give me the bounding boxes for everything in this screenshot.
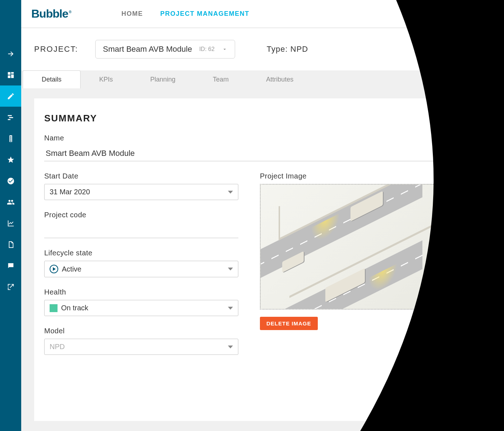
project-type: Type: NPD <box>267 45 308 54</box>
project-select[interactable]: Smart Beam AVB Module ID: 62 <box>95 40 235 59</box>
field-project-code: Project code <box>44 211 238 238</box>
avatar[interactable] <box>449 6 466 22</box>
sidebar-item-share[interactable] <box>0 276 21 297</box>
nav-home[interactable]: HOME <box>122 10 143 18</box>
project-label: PROJECT: <box>34 45 78 54</box>
field-lifecycle: Lifecycle state Active <box>44 249 238 277</box>
lifecycle-text: Active <box>62 265 81 273</box>
open-external-icon <box>7 283 15 291</box>
project-image-illustration <box>261 185 480 309</box>
project-id: ID: 62 <box>199 46 215 52</box>
name-label: Name <box>44 134 481 142</box>
play-circle-icon <box>50 265 58 273</box>
sidebar-item-team[interactable] <box>0 191 21 213</box>
header: Bubble HOME PROJECT MANAGEMENT Kate Le <box>21 0 504 28</box>
pencil-icon <box>7 92 15 100</box>
check-circle-icon <box>7 177 15 185</box>
people-icon <box>7 198 15 206</box>
tab-planning[interactable]: Planning <box>132 71 194 88</box>
sidebar-item-edit[interactable] <box>0 85 21 107</box>
lifecycle-label: Lifecycle state <box>44 249 238 257</box>
nav-project-management[interactable]: PROJECT MANAGEMENT <box>160 10 249 18</box>
sidebar <box>0 0 21 431</box>
gantt-icon <box>7 113 15 121</box>
sidebar-item-arrow[interactable] <box>0 43 21 64</box>
project-header: PROJECT: Smart Beam AVB Module ID: 62 Ty… <box>21 28 504 70</box>
content: SUMMARY Name Start Date 31 Mar 2020 Proj… <box>21 88 504 431</box>
status-swatch-green <box>50 304 58 312</box>
model-label: Model <box>44 327 238 335</box>
tab-kpis[interactable]: KPIs <box>81 71 132 88</box>
project-code-label: Project code <box>44 211 238 219</box>
start-date-select[interactable]: 31 Mar 2020 <box>44 184 238 200</box>
tab-attributes[interactable]: Attributes <box>247 71 312 88</box>
line-chart-icon <box>7 219 15 227</box>
sidebar-item-chat[interactable] <box>0 255 21 276</box>
summary-panel: SUMMARY Name Start Date 31 Mar 2020 Proj… <box>34 98 491 421</box>
sidebar-item-star[interactable] <box>0 149 21 170</box>
health-select[interactable]: On track <box>44 300 238 316</box>
arrow-right-icon <box>7 50 15 58</box>
health-label: Health <box>44 288 238 296</box>
caret-down-icon <box>228 191 233 194</box>
sidebar-item-gantt[interactable] <box>0 107 21 128</box>
user-name: Kate Le <box>472 10 494 18</box>
chevron-down-icon <box>222 46 228 52</box>
start-date-value: 31 Mar 2020 <box>50 188 90 196</box>
main-nav: HOME PROJECT MANAGEMENT <box>122 10 249 18</box>
project-code-input[interactable] <box>44 223 238 238</box>
tab-team[interactable]: Team <box>194 71 247 88</box>
user-area: Kate Le <box>449 6 494 22</box>
field-model: Model NPD <box>44 327 238 355</box>
field-name: Name <box>44 134 481 161</box>
caret-down-icon <box>228 346 233 348</box>
dashboard-icon <box>7 71 15 79</box>
sidebar-item-traffic[interactable] <box>0 128 21 149</box>
health-text: On track <box>61 304 88 312</box>
start-date-label: Start Date <box>44 172 238 180</box>
project-name: Smart Beam AVB Module <box>103 45 192 54</box>
field-start-date: Start Date 31 Mar 2020 <box>44 172 238 200</box>
sidebar-item-document[interactable] <box>0 234 21 255</box>
image-buttons: DELETE IMAGE ADD PROJECT I <box>260 317 481 330</box>
field-health: Health On track <box>44 288 238 316</box>
sidebar-item-chart[interactable] <box>0 213 21 234</box>
caret-down-icon <box>228 307 233 310</box>
project-image-label: Project Image <box>260 172 481 180</box>
delete-image-button[interactable]: DELETE IMAGE <box>260 317 318 330</box>
lifecycle-select[interactable]: Active <box>44 261 238 277</box>
document-icon <box>7 241 15 249</box>
name-input[interactable] <box>44 146 481 161</box>
tabs-bar: Details KPIs Planning Team Attributes <box>21 70 504 88</box>
logo[interactable]: Bubble <box>31 7 71 20</box>
model-select[interactable]: NPD <box>44 339 238 355</box>
field-project-image: Project Image <box>260 172 481 330</box>
caret-down-icon <box>228 268 233 270</box>
add-project-image-button[interactable]: ADD PROJECT I <box>422 317 481 330</box>
sidebar-item-check[interactable] <box>0 170 21 191</box>
summary-title: SUMMARY <box>44 113 481 124</box>
sidebar-item-dashboard[interactable] <box>0 64 21 85</box>
traffic-light-icon <box>7 135 15 143</box>
star-icon <box>7 156 15 164</box>
tab-details[interactable]: Details <box>23 70 81 88</box>
project-image-box[interactable] <box>260 184 481 310</box>
health-value: On track <box>50 304 88 312</box>
chat-icon <box>7 262 15 270</box>
lifecycle-value: Active <box>50 265 81 273</box>
model-value: NPD <box>50 343 65 351</box>
